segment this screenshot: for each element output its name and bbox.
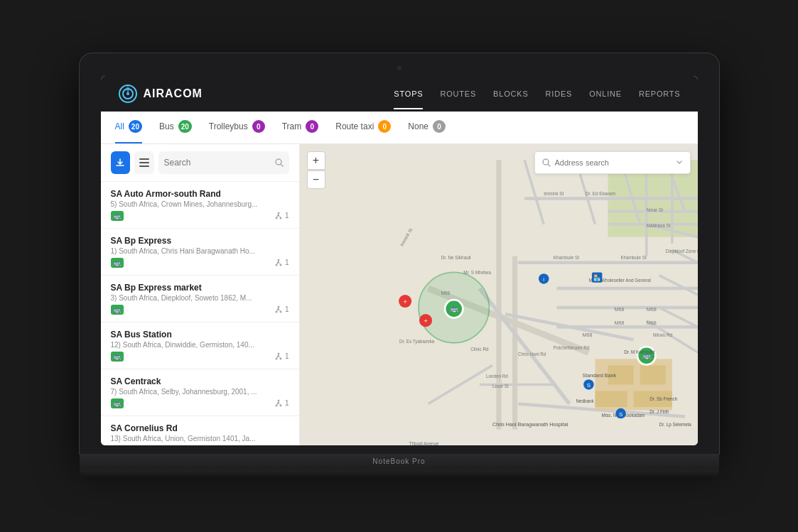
- svg-text:Dr. J Firth: Dr. J Firth: [649, 409, 669, 414]
- item-desc: 12) South Africa, Dinwiddie, Germiston, …: [111, 341, 289, 349]
- export-button[interactable]: [111, 151, 131, 174]
- fork-icon: [274, 399, 283, 408]
- item-desc: 5) South Africa, Crown Mines, Johannesbu…: [111, 200, 289, 208]
- svg-point-13: [277, 305, 279, 308]
- camera: [397, 66, 401, 70]
- laptop-label: NoteBook Pro: [372, 457, 425, 465]
- bus-type-icon: 🚌: [111, 305, 124, 315]
- svg-text:Chris Hani Baragwanath Hospita: Chris Hani Baragwanath Hospital: [492, 421, 568, 428]
- fork-icon: [274, 259, 283, 267]
- address-search-box[interactable]: [534, 151, 691, 174]
- list-item[interactable]: SA Bp Express 1) South Africa, Chris Han…: [101, 229, 299, 276]
- svg-text:M68: M68: [646, 305, 656, 312]
- svg-text:Diepkloof Zone 6: Diepkloof Zone 6: [665, 249, 697, 254]
- stop-count: 1: [274, 259, 289, 267]
- svg-text:Immink St: Immink St: [544, 191, 564, 196]
- svg-rect-4: [139, 162, 149, 163]
- tab-none-badge: 0: [433, 120, 446, 133]
- svg-text:🚌: 🚌: [449, 304, 458, 313]
- sidebar-toolbar: [101, 144, 299, 182]
- bus-type-icon: 🚌: [111, 258, 124, 268]
- screen: AIRACOM STOPS ROUTES BLOCKS RIDES ONLINE…: [101, 76, 698, 445]
- tab-bus-label: Bus: [159, 121, 174, 131]
- svg-text:Clinic Rd: Clinic Rd: [470, 347, 489, 352]
- logo: AIRACOM: [118, 84, 203, 104]
- laptop: AIRACOM STOPS ROUTES BLOCKS RIDES ONLINE…: [80, 53, 719, 479]
- svg-text:M68: M68: [582, 331, 592, 337]
- svg-text:+: +: [403, 298, 406, 305]
- tab-route-taxi[interactable]: Route taxi 0: [335, 112, 391, 143]
- svg-text:Potchefstroom Rd: Potchefstroom Rd: [553, 344, 589, 349]
- list-item[interactable]: SA Centrack 7) South Africa, Selby, Joha…: [101, 369, 299, 416]
- item-footer: 🚌 1: [111, 258, 289, 268]
- svg-text:Khambule St: Khambule St: [620, 255, 646, 260]
- tab-trolleybus-badge: 0: [252, 120, 265, 133]
- svg-text:Dr. Ne Sikhauli: Dr. Ne Sikhauli: [441, 255, 470, 260]
- fork-icon: [274, 352, 283, 361]
- logo-text: AIRACOM: [144, 87, 203, 100]
- export-icon: [115, 158, 125, 168]
- chevron-down-icon: [676, 159, 683, 166]
- svg-text:i: i: [543, 276, 544, 283]
- item-desc: 3) South Africa, Diepkloof, Soweto 1862,…: [111, 294, 289, 302]
- tab-bar: All 20 Bus 20 Trolleybus 0 Tram 0: [101, 112, 698, 144]
- tab-none-label: None: [408, 121, 428, 131]
- item-footer: 🚌 1: [111, 305, 289, 315]
- svg-text:Dr. Es Tyabazeka: Dr. Es Tyabazeka: [399, 338, 435, 344]
- svg-point-10: [277, 259, 279, 261]
- nav-item-rides[interactable]: RIDES: [546, 78, 573, 109]
- fork-icon: [274, 305, 283, 314]
- list-item[interactable]: SA Cornelius Rd 13) South Africa, Union,…: [101, 416, 299, 445]
- fork-icon: [274, 212, 283, 220]
- svg-text:Nmar St: Nmar St: [646, 207, 662, 212]
- tab-tram[interactable]: Tram 0: [282, 112, 319, 143]
- search-input[interactable]: [164, 158, 271, 168]
- item-name: SA Cornelius Rd: [111, 423, 289, 433]
- svg-text:Nedbank: Nedbank: [576, 398, 594, 403]
- search-box[interactable]: [158, 151, 289, 174]
- tab-route-taxi-badge: 0: [378, 120, 391, 133]
- tab-trolleybus-label: Trolleybus: [209, 121, 248, 131]
- laptop-stand: [80, 469, 719, 479]
- list-item[interactable]: SA Bp Express market 3) South Africa, Di…: [101, 276, 299, 322]
- nav-item-stops[interactable]: STOPS: [394, 78, 423, 109]
- bus-type-icon: 🚌: [111, 352, 124, 362]
- item-name: SA Bus Station: [111, 330, 289, 340]
- tab-all-badge: 20: [129, 120, 142, 133]
- tab-route-taxi-label: Route taxi: [335, 121, 374, 131]
- svg-point-7: [277, 212, 279, 214]
- bus-type-icon: 🚌: [111, 398, 124, 408]
- zoom-in-button[interactable]: +: [307, 151, 325, 170]
- search-icon: [275, 158, 284, 167]
- item-name: SA Bp Express: [111, 236, 289, 246]
- nav-item-reports[interactable]: REPORTS: [639, 78, 681, 109]
- map-svg: Immink St Dr. Ed Ekanem Khambule St Kham…: [300, 144, 698, 445]
- item-footer: 🚌 1: [111, 398, 289, 408]
- address-search-icon: [542, 158, 551, 167]
- nav-item-online[interactable]: ONLINE: [589, 78, 622, 109]
- item-desc: 13) South Africa, Union, Germiston 1401,…: [111, 435, 289, 443]
- logo-icon: [118, 84, 138, 104]
- tab-all[interactable]: All 20: [115, 112, 142, 143]
- svg-rect-5: [139, 165, 149, 167]
- svg-point-19: [277, 399, 279, 401]
- svg-text:S: S: [618, 411, 622, 417]
- svg-text:Chris Hani Rd: Chris Hani Rd: [518, 351, 546, 356]
- item-desc: 1) South Africa, Chris Hani Baragwanath …: [111, 247, 289, 255]
- tab-bus[interactable]: Bus 20: [159, 112, 192, 143]
- nav-item-blocks[interactable]: BLOCKS: [493, 78, 528, 109]
- sidebar-list: SA Auto Armor-south Rand 5) South Africa…: [101, 182, 299, 445]
- list-item[interactable]: SA Auto Armor-south Rand 5) South Africa…: [101, 182, 299, 229]
- map-controls: + −: [307, 151, 325, 189]
- nav-item-routes[interactable]: ROUTES: [440, 78, 476, 109]
- zoom-out-button[interactable]: −: [307, 170, 325, 189]
- stop-count: 1: [274, 212, 289, 220]
- tab-trolleybus[interactable]: Trolleybus 0: [209, 112, 265, 143]
- tab-none[interactable]: None 0: [408, 112, 446, 143]
- stop-count: 1: [274, 352, 289, 361]
- address-search-input[interactable]: [555, 158, 672, 167]
- list-item[interactable]: SA Bus Station 12) South Africa, Dinwidd…: [101, 322, 299, 369]
- svg-text:M68: M68: [441, 291, 450, 295]
- list-view-button[interactable]: [134, 151, 154, 174]
- app: AIRACOM STOPS ROUTES BLOCKS RIDES ONLINE…: [101, 76, 698, 445]
